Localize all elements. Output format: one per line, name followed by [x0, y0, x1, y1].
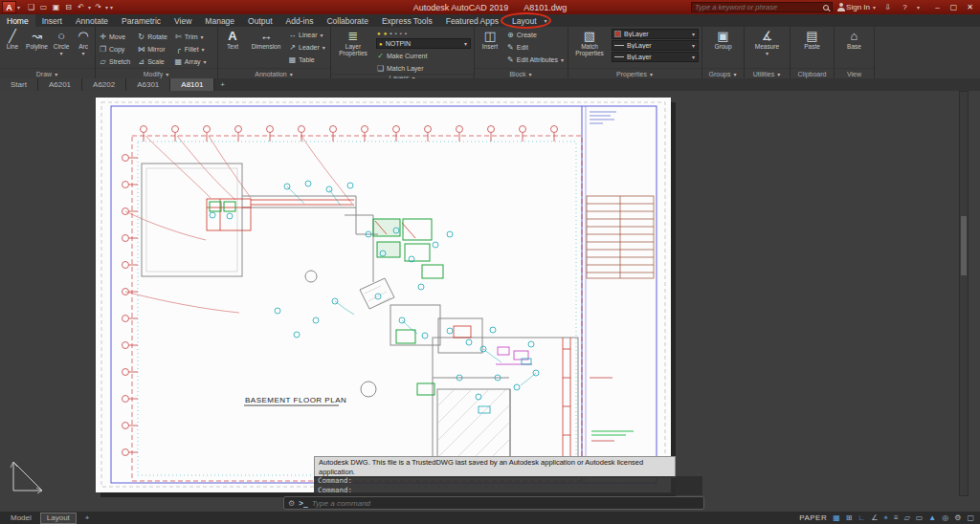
drawing-viewport[interactable]: BASEMENT FLOOR PLAN	[0, 91, 980, 512]
plot-icon[interactable]: ⊟	[62, 3, 75, 11]
autocad-logo-icon[interactable]: A	[2, 1, 16, 13]
layer-plot-icon[interactable]: ▪	[400, 31, 402, 36]
circle-tool[interactable]: ○ Circle ▾	[52, 29, 71, 56]
polyline-tool[interactable]: ↝ Polyline	[26, 29, 48, 50]
dimension-tool[interactable]: ↔ Dimension	[248, 29, 284, 50]
ribbon-tab-collaborate[interactable]: Collaborate	[320, 14, 374, 27]
snap-icon[interactable]: ⊞	[846, 513, 853, 522]
download-icon[interactable]: ⇩	[881, 3, 894, 11]
panel-label-clipboard[interactable]: Clipboard	[791, 68, 834, 78]
match-layer-tool[interactable]: ❏Match Layer	[376, 62, 471, 74]
selection-cycling-icon[interactable]: ▭	[916, 513, 924, 522]
grid-icon[interactable]: ▦	[833, 513, 840, 522]
layer-select-dropdown[interactable]: ● NOTPIN ▾	[376, 38, 471, 49]
ribbon-tab-home[interactable]: Home	[0, 14, 35, 27]
close-button[interactable]: ✕	[962, 3, 978, 11]
edit-attributes-tool[interactable]: ✎Edit Attributes▾	[506, 54, 565, 65]
edit-block-tool[interactable]: ✎Edit	[506, 41, 565, 53]
ribbon-tab-layout[interactable]: Layout	[505, 14, 544, 27]
command-input[interactable]	[312, 499, 700, 508]
move-tool[interactable]: ✛Move	[99, 31, 130, 42]
layer-color-icon[interactable]: ▪	[394, 31, 396, 36]
annotation-visibility-icon[interactable]: ◎	[942, 513, 948, 522]
mirror-tool[interactable]: ⋈Mirror	[137, 43, 167, 55]
lineweight-icon[interactable]: ≡	[894, 513, 899, 522]
stretch-tool[interactable]: ▱Stretch	[99, 55, 130, 67]
open-file-icon[interactable]: ▭	[37, 3, 50, 11]
redo-icon[interactable]: ↷	[92, 3, 104, 11]
panel-label-annotation[interactable]: Annotation ▾	[218, 68, 330, 78]
layout-tab[interactable]: Layout	[40, 513, 77, 524]
lineweight-dropdown[interactable]: ByLayer ▾	[612, 40, 699, 51]
file-tab-start[interactable]: Start	[0, 78, 38, 91]
ribbon-options-caret-icon[interactable]: ▾	[544, 17, 548, 24]
drawing-area[interactable]: BASEMENT FLOOR PLAN Autodesk DWG. This f…	[0, 91, 980, 512]
layer-properties-tool[interactable]: ≣ Layer Properties	[334, 29, 372, 56]
paper-space-indicator[interactable]: PAPER	[799, 513, 827, 522]
base-view-tool[interactable]: ⌂ Base	[838, 29, 871, 50]
ortho-icon[interactable]: ∟	[858, 513, 865, 522]
panel-label-properties[interactable]: Properties ▾	[568, 68, 702, 78]
panel-label-view[interactable]: View	[835, 68, 874, 78]
model-tab[interactable]: Model	[5, 512, 37, 524]
arc-tool[interactable]: ◠ Arc ▾	[75, 29, 92, 56]
ribbon-tab-manage[interactable]: Manage	[198, 14, 241, 27]
panel-label-groups[interactable]: Groups ▾	[702, 68, 744, 78]
layer-freeze-icon[interactable]: ●	[384, 31, 388, 36]
ribbon-tab-annotate[interactable]: Annotate	[69, 14, 115, 27]
measure-tool[interactable]: ∡ Measure ▾	[751, 29, 784, 56]
annotation-scale-icon[interactable]: ▲	[928, 513, 936, 522]
circle-caret-icon[interactable]: ▾	[59, 50, 64, 56]
insert-tool[interactable]: ◫ Insert	[478, 29, 502, 50]
linetype-dropdown[interactable]: ByLayer ▾	[612, 52, 699, 62]
panel-label-utilities[interactable]: Utilities ▾	[745, 68, 790, 78]
polar-tracking-icon[interactable]: ∠	[871, 513, 878, 522]
workspace-gear-icon[interactable]: ⚙	[954, 513, 961, 522]
command-line[interactable]: ⚙ >_	[283, 496, 704, 510]
panel-label-block[interactable]: Block ▾	[475, 68, 568, 78]
search-icon[interactable]	[823, 5, 829, 11]
scale-tool[interactable]: ⊿Scale	[137, 55, 167, 67]
leader-tool[interactable]: ↗Leader▾	[288, 41, 326, 53]
new-tab-button[interactable]: +	[214, 78, 230, 91]
create-block-tool[interactable]: ⊕Create	[506, 29, 565, 40]
trim-tool[interactable]: ✄Trim▾	[174, 31, 208, 42]
file-tab-a6301[interactable]: A6301	[126, 78, 170, 91]
paste-tool[interactable]: ▤ Paste	[796, 29, 829, 50]
osnap-icon[interactable]: ⌖	[883, 513, 888, 523]
search-box[interactable]	[691, 2, 833, 12]
make-current-tool[interactable]: ✓Make Current	[376, 50, 471, 61]
scrollbar-thumb[interactable]	[961, 216, 967, 275]
ribbon-tab-output[interactable]: Output	[241, 14, 279, 27]
file-tab-a6202[interactable]: A6202	[82, 78, 126, 91]
file-tab-a6201[interactable]: A6201	[38, 78, 82, 91]
match-properties-tool[interactable]: ▧ Match Properties	[571, 29, 608, 56]
group-tool[interactable]: ▣ Group	[707, 29, 740, 50]
qat-customize-caret-icon[interactable]: ▾	[109, 4, 114, 11]
help-icon[interactable]: ?	[899, 3, 911, 11]
text-tool[interactable]: A Text	[221, 29, 244, 50]
object-color-dropdown[interactable]: ByLayer ▾	[612, 29, 699, 39]
fillet-tool[interactable]: ╭Fillet▾	[174, 43, 208, 55]
file-tab-a8101[interactable]: A8101	[170, 78, 214, 91]
arc-caret-icon[interactable]: ▾	[80, 50, 85, 56]
clean-screen-icon[interactable]: ▢	[967, 513, 974, 522]
new-layout-button[interactable]: +	[79, 512, 96, 524]
linear-tool[interactable]: ↔Linear▾	[288, 29, 326, 40]
layer-lock-icon[interactable]: ▪	[390, 31, 391, 36]
measure-caret-icon[interactable]: ▾	[765, 50, 769, 56]
array-tool[interactable]: ▦Array▾	[174, 55, 208, 67]
ribbon-tab-view[interactable]: View	[167, 14, 198, 27]
search-input[interactable]	[695, 3, 821, 11]
layer-on-icon[interactable]: ●	[377, 31, 381, 36]
table-tool[interactable]: ▦Table	[288, 54, 326, 65]
command-customize-icon[interactable]: ⚙	[288, 499, 295, 508]
panel-label-draw[interactable]: Draw ▾	[0, 68, 95, 78]
ribbon-tab-parametric[interactable]: Parametric	[115, 14, 167, 27]
transparency-icon[interactable]: ▱	[904, 513, 910, 522]
minimize-button[interactable]: –	[929, 3, 946, 11]
ribbon-tab-insert[interactable]: Insert	[35, 14, 69, 27]
help-caret-icon[interactable]: ▾	[916, 4, 921, 11]
save-icon[interactable]: ▣	[50, 3, 62, 11]
vertical-scrollbar[interactable]	[959, 91, 969, 496]
